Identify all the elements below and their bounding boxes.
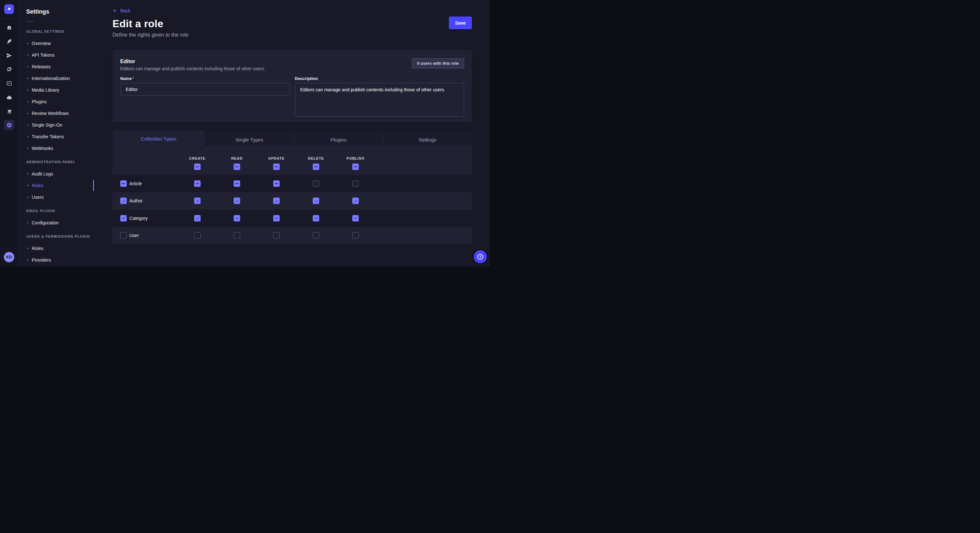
avatar[interactable]: KD [4,252,14,262]
article-read-checkbox[interactable] [234,180,240,187]
cell-article-create [178,180,217,187]
question-mark-icon: ? [477,254,483,260]
user-update-checkbox[interactable] [273,232,280,239]
permissions-panel: CreateReadUpdateDeletePublish ArticleAut… [113,147,472,244]
sidebar-item-label: Review Workflows [32,111,69,116]
select-all-delete-checkbox[interactable] [313,163,319,170]
category-read-checkbox[interactable] [234,215,240,222]
row-label: Author [129,198,143,203]
category-delete-checkbox[interactable] [313,215,319,222]
main-nav-rail: KD [0,0,19,266]
user-create-checkbox[interactable] [194,232,200,239]
tab-single-types[interactable]: Single Types [205,133,294,147]
sidebar-item-overview[interactable]: Overview [26,38,94,49]
rail-button-marketplace-cart[interactable] [4,106,14,116]
help-button[interactable]: ? [474,250,487,263]
title-row: Edit a role Save [113,17,472,30]
sidebar-item-providers[interactable]: Providers [26,254,94,266]
sidebar-item-plugins[interactable]: Plugins [26,96,94,108]
arrow-left-icon [113,8,118,13]
column-header-delete: Delete [296,147,336,170]
rail-button-media-library[interactable] [4,64,14,75]
rail-button-content-type-builder[interactable] [4,78,14,89]
user-publish-checkbox[interactable] [352,232,359,239]
sidebar-item-media-library[interactable]: Media Library [26,84,94,96]
sidebar-item-api-tokens[interactable]: API Tokens [26,49,94,61]
article-publish-checkbox[interactable] [352,180,359,187]
cell-user-update [257,232,296,239]
author-create-checkbox[interactable] [194,198,200,204]
checkbox-indeterminate-icon [196,167,199,167]
category-update-checkbox[interactable] [273,215,280,222]
description-field-group: Description Editors can manage and publi… [295,75,465,117]
category-row-checkbox[interactable] [120,215,127,222]
users-with-role-button[interactable]: 0 users with this role [412,58,464,68]
article-update-checkbox[interactable] [273,180,280,187]
article-row-checkbox[interactable] [120,180,127,187]
article-delete-checkbox[interactable] [313,180,319,187]
sidebar-item-configuration[interactable]: Configuration [26,217,94,228]
rail-button-settings-gear[interactable] [4,120,14,130]
sidebar-item-internationalization[interactable]: Internationalization [26,73,94,84]
save-button[interactable]: Save [449,16,472,29]
cell-article-delete [296,180,336,187]
sidebar-item-single-sign-on[interactable]: Single Sign-On [26,119,94,131]
author-read-checkbox[interactable] [234,198,240,204]
rail-button-home[interactable] [4,22,14,33]
column-header-update: Update [257,147,296,170]
select-all-update-checkbox[interactable] [273,163,280,170]
cell-article-read [217,180,257,187]
bullet-icon [27,78,29,79]
description-textarea[interactable]: Editors can manage and publish contents … [295,83,465,117]
author-update-checkbox[interactable] [273,198,280,204]
row-label: Category [129,216,148,221]
column-header-label: Delete [308,156,324,160]
rail-button-feather[interactable] [4,36,14,47]
author-publish-checkbox[interactable] [352,198,359,204]
checkbox-check-icon [121,216,126,220]
cell-category-update [257,215,296,222]
cell-author-delete [296,198,336,204]
checkbox-indeterminate-icon [235,183,239,184]
name-input[interactable] [120,83,290,95]
sidebar-item-label: Configuration [32,220,59,225]
tab-plugins[interactable]: Plugins [294,133,383,147]
user-delete-checkbox[interactable] [313,232,319,239]
checkbox-indeterminate-icon [235,167,239,167]
author-row-checkbox[interactable] [120,198,127,204]
subnav-section-label: EMAIL PLUGIN [26,209,94,213]
sidebar-item-audit-logs[interactable]: Audit Logs [26,168,94,180]
sidebar-item-webhooks[interactable]: Webhooks [26,143,94,154]
article-create-checkbox[interactable] [194,180,200,187]
sidebar-item-roles[interactable]: Roles [26,180,94,191]
cell-user-delete [296,232,336,239]
tab-collection-types[interactable]: Collection Types [113,130,205,147]
sidebar-item-users[interactable]: Users [26,191,94,203]
tab-settings[interactable]: Settings [383,133,472,147]
sidebar-item-review-workflows[interactable]: Review Workflows [26,108,94,119]
rail-button-cloud[interactable] [4,92,14,102]
user-row-checkbox[interactable] [120,232,127,239]
content-type-builder-icon [6,80,12,86]
checkbox-check-icon [196,199,200,203]
cell-author-publish [336,198,375,204]
cell-user-create [178,232,217,239]
strapi-logo[interactable] [4,4,14,14]
author-delete-checkbox[interactable] [313,198,319,204]
strapi-admin-app: KD Settings GLOBAL SETTINGSOverviewAPI T… [0,0,490,266]
rail-button-paper-plane[interactable] [4,50,14,60]
select-all-read-checkbox[interactable] [234,163,240,170]
sidebar-item-roles[interactable]: Roles [26,243,94,254]
sidebar-item-transfer-tokens[interactable]: Transfer Tokens [26,131,94,143]
bullet-icon [27,259,29,261]
checkbox-check-icon [275,199,279,203]
user-read-checkbox[interactable] [234,232,240,239]
category-create-checkbox[interactable] [194,215,200,222]
cell-author-create [178,198,217,204]
select-all-publish-checkbox[interactable] [352,163,359,170]
sidebar-item-releases[interactable]: Releases [26,61,94,73]
select-all-create-checkbox[interactable] [194,163,200,170]
logo-wrap [0,0,18,19]
back-link[interactable]: Back [113,8,130,13]
category-publish-checkbox[interactable] [352,215,359,222]
